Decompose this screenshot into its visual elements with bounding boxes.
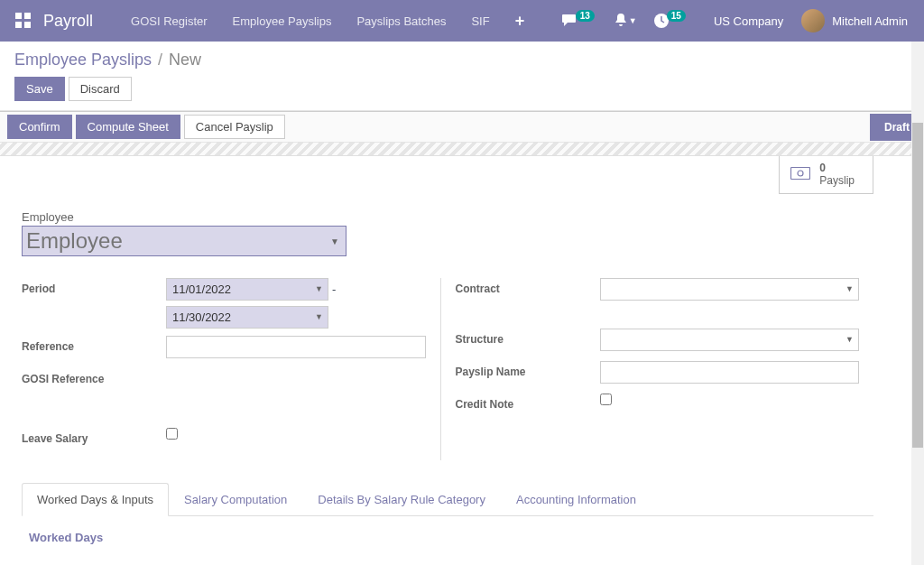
tab-details[interactable]: Details By Salary Rule Category <box>302 483 501 516</box>
breadcrumb-parent[interactable]: Employee Payslips <box>14 51 152 69</box>
tab-accounting[interactable]: Accounting Information <box>501 483 651 516</box>
activities-badge: 15 <box>667 10 686 22</box>
reference-label: Reference <box>22 336 166 353</box>
apps-icon[interactable] <box>13 10 34 32</box>
payslip-name-field[interactable] <box>600 361 860 384</box>
messages-badge: 13 <box>576 10 595 22</box>
user-name: Mitchell Admin <box>832 14 908 28</box>
systray: 13 ▼ 15 <box>550 13 701 29</box>
discard-button[interactable]: Discard <box>69 77 132 101</box>
scrollbar[interactable] <box>911 42 924 565</box>
worked-days-section-title: Worked Days <box>29 531 866 544</box>
notebook: Worked Days & Inputs Salary Computation … <box>22 482 873 559</box>
scrollbar-thumb[interactable] <box>912 123 923 448</box>
leave-salary-label: Leave Salary <box>22 428 166 445</box>
employee-label: Employee <box>22 210 873 224</box>
notifications-icon[interactable]: ▼ <box>608 13 642 29</box>
cancel-payslip-button[interactable]: Cancel Payslip <box>184 115 285 139</box>
tab-salary-computation[interactable]: Salary Computation <box>169 483 302 516</box>
stat-label: Payslip <box>819 174 855 187</box>
structure-label: Structure <box>456 329 600 346</box>
avatar <box>801 9 825 32</box>
company-switcher[interactable]: US Company <box>701 14 796 28</box>
svg-rect-0 <box>15 13 22 19</box>
svg-rect-1 <box>24 13 31 19</box>
svg-point-6 <box>798 171 803 176</box>
credit-note-checkbox[interactable] <box>600 394 612 405</box>
top-navbar: Payroll GOSI Register Employee Payslips … <box>0 0 924 42</box>
svg-rect-2 <box>15 22 22 28</box>
statusbar: Confirm Compute Sheet Cancel Payslip Dra… <box>0 111 924 143</box>
payslip-name-label: Payslip Name <box>456 361 600 378</box>
save-button[interactable]: Save <box>14 77 65 101</box>
contract-field[interactable] <box>600 278 860 301</box>
nav-add-menu[interactable]: + <box>503 12 538 31</box>
period-to-field[interactable] <box>166 306 328 329</box>
structure-field[interactable] <box>600 329 860 351</box>
messages-icon[interactable]: 13 <box>557 14 603 28</box>
tab-worked-days[interactable]: Worked Days & Inputs <box>22 483 169 516</box>
employee-field[interactable] <box>22 226 346 256</box>
app-brand[interactable]: Payroll <box>43 12 93 31</box>
chevron-down-icon: ▼ <box>629 16 637 25</box>
money-icon <box>790 165 810 184</box>
stat-value: 0 <box>819 162 855 174</box>
svg-rect-3 <box>24 22 31 28</box>
period-from-field[interactable] <box>166 278 328 301</box>
nav-employee-payslips[interactable]: Employee Payslips <box>220 0 345 42</box>
breadcrumb: Employee Payslips / New <box>14 51 910 69</box>
gosi-reference-label: GOSI Reference <box>22 368 166 385</box>
svg-rect-5 <box>791 167 810 179</box>
hatched-separator <box>0 143 924 156</box>
contract-label: Contract <box>456 278 600 295</box>
credit-note-label: Credit Note <box>456 394 600 411</box>
confirm-button[interactable]: Confirm <box>7 115 72 139</box>
period-label: Period <box>22 278 166 295</box>
form-sheet: 0 Payslip Employee ▼ Period <box>0 156 895 565</box>
breadcrumb-current: New <box>169 51 201 69</box>
user-menu[interactable]: Mitchell Admin <box>796 9 917 32</box>
leave-salary-checkbox[interactable] <box>166 428 178 440</box>
nav-payslips-batches[interactable]: Payslips Batches <box>344 0 458 42</box>
compute-sheet-button[interactable]: Compute Sheet <box>76 115 180 139</box>
nav-sif[interactable]: SIF <box>458 0 502 42</box>
breadcrumb-sep: / <box>153 51 167 69</box>
payslip-stat-button[interactable]: 0 Payslip <box>779 156 873 194</box>
nav-gosi-register[interactable]: GOSI Register <box>118 0 220 42</box>
activities-icon[interactable]: 15 <box>648 13 694 29</box>
control-panel: Employee Payslips / New Save Discard <box>0 42 924 111</box>
period-separator: - <box>332 282 336 296</box>
reference-field[interactable] <box>166 336 426 358</box>
